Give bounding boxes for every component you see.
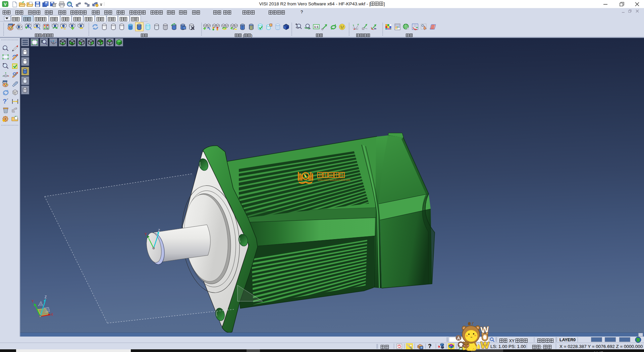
svg-text:A: A	[457, 336, 460, 341]
svg-text:Z: Z	[158, 229, 160, 232]
svg-text:X: X	[51, 313, 53, 316]
svg-text:Y: Y	[32, 300, 34, 303]
svg-text:Y: Y	[145, 232, 147, 236]
svg-text:INTELLIGENT MANUFACTURING DATA: INTELLIGENT MANUFACTURING DATA	[318, 179, 351, 181]
svg-text:Z: Z	[45, 295, 47, 299]
svg-text:W: W	[480, 340, 490, 350]
